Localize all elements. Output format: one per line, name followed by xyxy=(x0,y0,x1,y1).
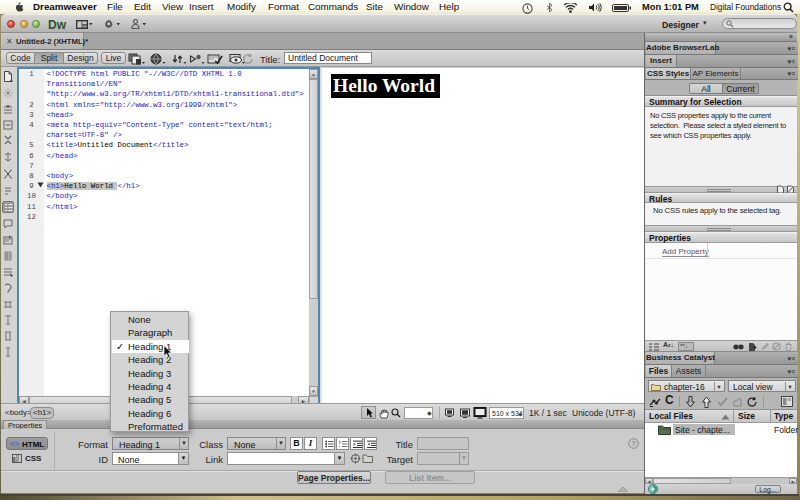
svg-text:?: ? xyxy=(631,439,635,448)
